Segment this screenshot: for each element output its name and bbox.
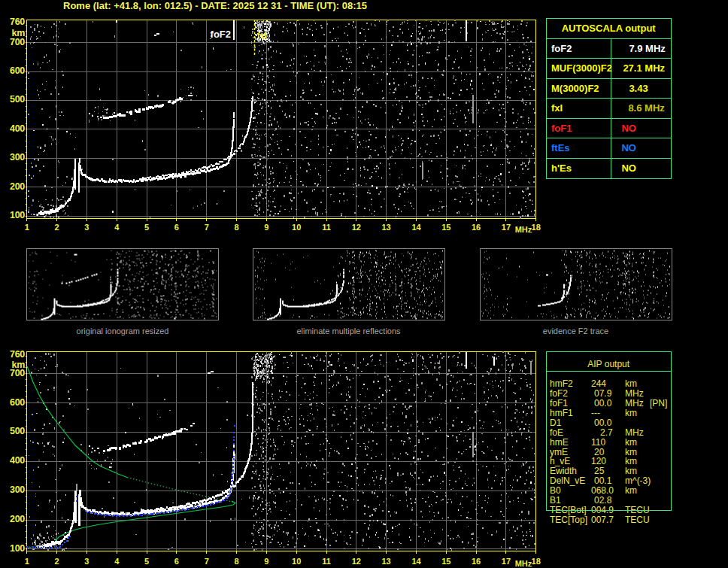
svg-text:hmF2: hmF2	[550, 378, 573, 389]
svg-text:TEC[Bot]: TEC[Bot]	[550, 505, 587, 515]
svg-text:hmE: hmE	[550, 437, 569, 448]
svg-text:km: km	[625, 408, 637, 418]
svg-text:100: 100	[10, 543, 25, 554]
svg-text:00.0: 00.0	[594, 418, 612, 428]
svg-text:600: 600	[10, 65, 25, 76]
svg-text:Rome (lat: +41.8, lon: 012.5): Rome (lat: +41.8, lon: 012.5) - DATE: 20…	[63, 0, 367, 11]
svg-text:[PN]: [PN]	[650, 398, 667, 409]
svg-text:MHz: MHz	[515, 559, 532, 568]
svg-text:2.7: 2.7	[600, 427, 613, 438]
svg-text:14: 14	[411, 223, 421, 232]
svg-text:5: 5	[144, 223, 149, 232]
svg-text:NO: NO	[621, 142, 636, 153]
svg-text:120: 120	[591, 456, 606, 466]
svg-text:11: 11	[322, 223, 331, 232]
svg-text:foF1: foF1	[550, 398, 568, 409]
svg-text:2: 2	[55, 557, 59, 566]
svg-text:200: 200	[10, 514, 25, 524]
svg-text:B0: B0	[550, 485, 561, 496]
svg-text:ftEs: ftEs	[551, 142, 570, 153]
svg-text:7.9 MHz: 7.9 MHz	[629, 43, 666, 54]
svg-text:18: 18	[532, 557, 541, 566]
svg-text:068.0: 068.0	[591, 485, 614, 496]
svg-text:foE: foE	[550, 427, 563, 438]
svg-text:9: 9	[264, 557, 268, 566]
svg-text:h_vE: h_vE	[550, 456, 570, 466]
svg-text:8.6 MHz: 8.6 MHz	[628, 102, 665, 114]
svg-text:MUF(3000)F2: MUF(3000)F2	[551, 62, 612, 74]
svg-text:evidence F2 trace: evidence F2 trace	[543, 327, 608, 336]
svg-text:M(3000)F2: M(3000)F2	[551, 83, 599, 94]
svg-text:6: 6	[174, 223, 179, 232]
svg-text:km: km	[625, 378, 637, 389]
svg-text:4: 4	[114, 557, 120, 566]
svg-text:07.9: 07.9	[594, 388, 612, 399]
svg-text:2: 2	[55, 223, 59, 232]
svg-text:MHz: MHz	[515, 225, 532, 234]
svg-text:TECU: TECU	[625, 515, 650, 525]
svg-text:14: 14	[411, 557, 421, 566]
svg-text:km: km	[12, 28, 26, 38]
svg-text:15: 15	[441, 223, 450, 232]
svg-text:16: 16	[472, 223, 481, 232]
svg-text:MHz: MHz	[625, 398, 644, 409]
svg-text:km: km	[625, 437, 637, 448]
svg-text:12: 12	[352, 223, 361, 232]
svg-text:km: km	[12, 360, 26, 370]
svg-text:9: 9	[264, 223, 268, 232]
svg-text:600: 600	[10, 397, 25, 408]
svg-text:18: 18	[532, 223, 541, 232]
svg-text:Ewidth: Ewidth	[550, 466, 577, 476]
svg-text:100: 100	[10, 210, 25, 220]
svg-text:13: 13	[381, 557, 390, 566]
svg-text:NO: NO	[621, 163, 636, 174]
svg-text:eliminate multiple reflections: eliminate multiple reflections	[296, 327, 401, 336]
svg-text:17: 17	[502, 557, 511, 566]
svg-text:km: km	[625, 447, 637, 457]
svg-text:MHz: MHz	[625, 427, 644, 438]
svg-text:km: km	[625, 466, 637, 476]
svg-text:110: 110	[591, 437, 605, 448]
svg-text:AIP output: AIP output	[587, 359, 629, 369]
svg-text:fxI: fxI	[551, 102, 563, 114]
svg-text:16: 16	[472, 557, 481, 566]
svg-text:400: 400	[10, 455, 25, 466]
svg-text:7: 7	[205, 557, 209, 566]
svg-text:3: 3	[84, 223, 89, 232]
svg-text:8: 8	[234, 557, 238, 566]
svg-text:15: 15	[441, 557, 450, 566]
svg-text:700: 700	[10, 37, 25, 47]
svg-text:20: 20	[594, 447, 605, 457]
svg-text:7: 7	[205, 223, 209, 232]
svg-text:5: 5	[144, 557, 149, 566]
svg-text:AUTOSCALA output: AUTOSCALA output	[562, 23, 657, 34]
svg-text:004.9: 004.9	[591, 505, 614, 515]
svg-text:10: 10	[292, 223, 301, 232]
svg-text:13: 13	[381, 223, 390, 232]
svg-text:27.1 MHz: 27.1 MHz	[623, 62, 665, 74]
svg-text:hmF1: hmF1	[550, 408, 573, 418]
svg-text:MHz: MHz	[625, 388, 644, 399]
svg-text:4: 4	[114, 223, 120, 232]
svg-text:DelN_vE: DelN_vE	[550, 475, 585, 486]
svg-text:300: 300	[10, 484, 25, 495]
svg-text:760: 760	[10, 349, 25, 360]
svg-text:TECU: TECU	[625, 505, 650, 515]
svg-text:ymE: ymE	[550, 447, 568, 457]
svg-text:3: 3	[84, 557, 89, 566]
svg-text:00.1: 00.1	[594, 475, 612, 486]
svg-text:foF2: foF2	[551, 43, 572, 54]
svg-text:fxI: fxI	[257, 31, 267, 40]
svg-text:original ionogram resized: original ionogram resized	[77, 327, 169, 336]
svg-text:25: 25	[594, 466, 605, 476]
svg-text:6: 6	[174, 557, 179, 566]
svg-text:10: 10	[292, 557, 301, 566]
svg-text:km: km	[625, 456, 637, 466]
svg-text:D1: D1	[550, 418, 562, 428]
svg-text:1: 1	[25, 557, 29, 566]
svg-text:00.0: 00.0	[594, 398, 612, 409]
svg-text:17: 17	[502, 223, 511, 232]
svg-text:NO: NO	[621, 123, 636, 134]
svg-text:244: 244	[591, 378, 606, 389]
svg-text:---: ---	[591, 408, 600, 418]
